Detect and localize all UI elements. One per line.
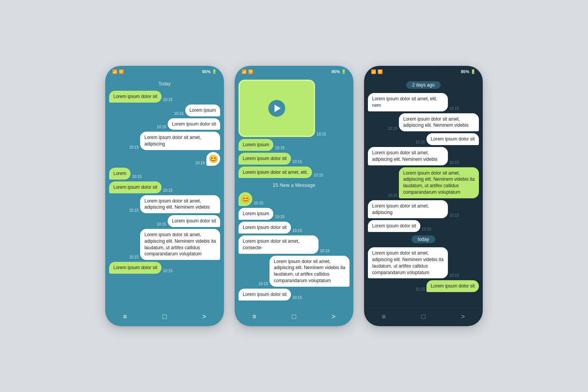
message-bubble: Lorem ipsum dolor sit amet, elit. bbox=[238, 167, 312, 178]
back-icon[interactable]: > bbox=[202, 313, 206, 321]
play-button[interactable] bbox=[268, 100, 285, 117]
message-bubble: Lorem ipsum dolor sit amet, adipiscing e… bbox=[270, 256, 350, 287]
message-bubble: Lorem ipsum dolor sit amet, adipiscing e… bbox=[368, 147, 448, 165]
chat-area[interactable]: TodayLorem ipsum dolor sit10:1510:15Lore… bbox=[105, 77, 224, 308]
message-bubble: Lorem ipsum dolor sit bbox=[168, 118, 220, 130]
phones-container: 📶 🛜 21:18 85% 🔋 TodayLorem ipsum dolor s… bbox=[90, 51, 498, 341]
message-row: 10:15😊 bbox=[109, 152, 220, 166]
new-message-divider: 15 New a Message bbox=[238, 182, 350, 188]
message-time: 10:15 bbox=[314, 173, 323, 177]
emoji-bubble: 😊 bbox=[238, 192, 252, 206]
message-bubble: Lorem bbox=[109, 168, 131, 180]
menu-icon[interactable]: ≡ bbox=[123, 313, 127, 321]
phone-3: 📶 🛜 21:18 85% 🔋 2 days agoLorem ipsum do… bbox=[364, 66, 483, 326]
message-row: Lorem10:15 bbox=[109, 168, 220, 180]
message-row: 10:15 bbox=[238, 80, 350, 137]
message-row: Lorem ipsum dolor sit10:15 bbox=[109, 262, 220, 274]
message-time: 10:15 bbox=[129, 208, 139, 212]
message-time: 10:15 bbox=[157, 125, 166, 129]
message-row: 😊10:15 bbox=[238, 192, 350, 206]
message-bubble: Lorem ipsum dolor sit bbox=[168, 215, 220, 227]
message-bubble: Lorem ipsum dolor sit bbox=[368, 220, 420, 232]
phone-notch bbox=[277, 66, 311, 74]
message-time: 10:15 bbox=[317, 132, 326, 136]
message-time: 10:15 bbox=[320, 249, 330, 253]
message-row: Lorem ipsum dolor sit10:15 bbox=[238, 222, 350, 234]
message-bubble: Lorem ipsum dolor sit amet, adipiscing e… bbox=[368, 247, 448, 278]
message-bubble: Lorem ipsum dolor sit bbox=[238, 153, 291, 165]
message-time: 10:15 bbox=[292, 296, 302, 300]
chat-area[interactable]: 10:15Lorem ipsum10:15Lorem ipsum dolor s… bbox=[235, 77, 353, 308]
message-bubble: Lorem ipsum dolor sit bbox=[238, 289, 291, 301]
message-bubble: Lorem ipsum dolor sit bbox=[109, 262, 162, 274]
message-row: Lorem ipsum dolor sit amet, adipiscing e… bbox=[368, 247, 479, 278]
wifi-icon: 🛜 bbox=[119, 69, 124, 74]
back-icon[interactable]: > bbox=[461, 313, 465, 321]
message-bubble: Lorem ipsum dolor sit amet, consecte- bbox=[238, 235, 318, 254]
message-bubble: Lorem ipsum dolor sit bbox=[238, 222, 291, 234]
message-time: 10:15 bbox=[415, 287, 425, 291]
date-badge: 2 days ago bbox=[406, 81, 441, 89]
message-row: 10:15Lorem ipsum dolor sit amet, adipisc… bbox=[109, 229, 220, 260]
message-row: 10:15Lorem ipsum dolor sit amet, adipisc… bbox=[238, 256, 350, 287]
message-row: Lorem ipsum dolor sit10:15 bbox=[368, 220, 479, 232]
chat-area[interactable]: 2 days agoLorem ipsum dolor sit amet, el… bbox=[364, 77, 483, 308]
nav-bar: ≡□> bbox=[105, 308, 224, 326]
message-row: 10:15Lorem ipsum dolor sit bbox=[368, 280, 479, 292]
message-time: 10:15 bbox=[449, 160, 459, 165]
message-bubble: Lorem ipsum bbox=[238, 208, 273, 220]
phone-notch bbox=[406, 66, 441, 74]
phone-1: 📶 🛜 21:18 85% 🔋 TodayLorem ipsum dolor s… bbox=[105, 66, 224, 326]
signal-icons: 📶 🛜 bbox=[371, 69, 383, 74]
message-bubble: Lorem ipsum dolor sit bbox=[426, 133, 479, 145]
message-row: Lorem ipsum dolor sit amet, consecte-10:… bbox=[238, 235, 350, 254]
message-row: Lorem ipsum dolor sit10:15 bbox=[238, 153, 350, 165]
message-row: 10:15Lorem ipsum dolor sit amet, adipisc… bbox=[109, 195, 220, 214]
signal-icon: 📶 bbox=[242, 69, 247, 74]
menu-icon[interactable]: ≡ bbox=[252, 313, 256, 321]
message-row: 10:15Lorem ipsum dolor sit amet, adipisc… bbox=[109, 132, 220, 150]
nav-bar: ≡□> bbox=[235, 308, 353, 326]
message-row: Lorem ipsum dolor sit10:15 bbox=[109, 91, 220, 103]
message-time: 10:15 bbox=[388, 193, 397, 198]
signal-icons: 📶 🛜 bbox=[112, 69, 124, 74]
home-icon[interactable]: □ bbox=[163, 313, 167, 321]
message-row: Lorem ipsum dolor sit amet, adipiscing10… bbox=[368, 200, 479, 219]
battery-info: 85% 🔋 bbox=[332, 69, 346, 74]
menu-icon[interactable]: ≡ bbox=[382, 313, 386, 321]
message-bubble: Lorem ipsum dolor sit amet, adipiscing e… bbox=[140, 229, 220, 260]
message-time: 10:15 bbox=[292, 229, 302, 233]
message-row: 10:15Lorem ipsum dolor sit bbox=[109, 215, 220, 227]
message-row: 10:15Lorem ipsum dolor sit bbox=[368, 133, 479, 145]
today-badge: today bbox=[412, 235, 435, 243]
message-time: 10:15 bbox=[449, 273, 459, 278]
message-time: 10:15 bbox=[163, 98, 173, 102]
message-row: 10:15Lorem ipsum dolor sit amet, adipisc… bbox=[368, 113, 479, 132]
home-icon[interactable]: □ bbox=[421, 313, 426, 321]
message-bubble: Lorem ipsum bbox=[185, 105, 220, 116]
message-bubble: Lorem ipsum dolor sit bbox=[109, 181, 162, 193]
message-row: Lorem ipsum dolor sit10:15 bbox=[238, 289, 350, 301]
message-time: 10:15 bbox=[129, 255, 139, 259]
message-time: 10:15 bbox=[292, 160, 302, 164]
message-row: 10:15Lorem ipsum dolor sit amet, adipisc… bbox=[368, 167, 479, 198]
video-bubble[interactable] bbox=[238, 80, 315, 137]
message-time: 10:15 bbox=[163, 269, 173, 273]
signal-icon: 📶 bbox=[371, 69, 376, 74]
message-time: 10:15 bbox=[132, 175, 142, 179]
back-icon[interactable]: > bbox=[332, 313, 336, 321]
wifi-icon: 🛜 bbox=[248, 69, 253, 74]
message-row: 10:15Lorem ipsum dolor sit bbox=[109, 118, 220, 130]
message-time: 10:15 bbox=[449, 106, 459, 111]
message-row: Lorem ipsum dolor sit amet, elit. nem10:… bbox=[368, 93, 479, 111]
message-time: 10:15 bbox=[129, 145, 139, 149]
wifi-icon: 🛜 bbox=[377, 69, 383, 74]
message-row: Lorem ipsum10:15 bbox=[238, 208, 350, 220]
message-time: 10:15 bbox=[415, 140, 425, 144]
message-bubble: Lorem ipsum dolor sit amet, adipiscing e… bbox=[140, 195, 220, 214]
emoji-bubble: 😊 bbox=[206, 152, 220, 166]
message-bubble: Lorem ipsum dolor sit amet, adipiscing bbox=[368, 200, 448, 219]
home-icon[interactable]: □ bbox=[292, 313, 296, 321]
message-row: Lorem ipsum dolor sit10:15 bbox=[109, 181, 220, 193]
signal-icons: 📶 🛜 bbox=[242, 69, 253, 74]
